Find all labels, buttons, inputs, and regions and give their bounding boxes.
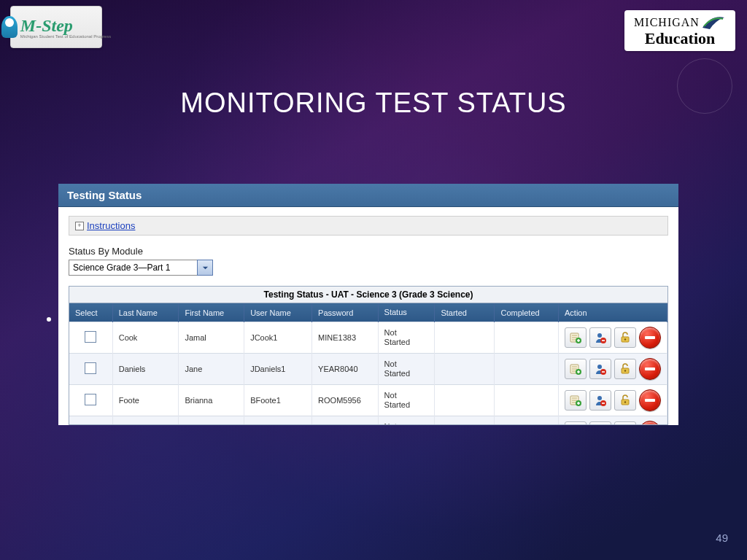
svg-point-2: [597, 333, 602, 338]
user-remove-icon[interactable]: [589, 327, 611, 348]
lock-open-icon[interactable]: [614, 421, 636, 424]
col-select[interactable]: Select: [69, 303, 112, 322]
cell-first: Brianna: [179, 385, 244, 416]
grid-header-row: Select Last Name First Name User Name Pa…: [69, 303, 667, 322]
cell-completed: [495, 416, 559, 424]
slide-title: MONITORING TEST STATUS: [0, 88, 747, 119]
cell-action: [559, 322, 667, 354]
cell-completed: [495, 322, 559, 354]
module-label: Status By Module: [69, 246, 668, 257]
instructions-link[interactable]: Instructions: [87, 220, 135, 231]
cell-status: NotStarted: [378, 416, 435, 424]
user-remove-icon[interactable]: [589, 421, 611, 424]
row-checkbox[interactable]: [85, 331, 96, 343]
svg-point-20: [624, 401, 626, 402]
cell-last: Cook: [112, 322, 179, 354]
stop-icon[interactable]: [639, 358, 661, 380]
table-row: JuleDamianDJule1NINE9458NotStarted: [69, 416, 667, 424]
cell-action: [559, 385, 667, 416]
ticket-add-icon[interactable]: [565, 359, 587, 379]
cell-first: Jamal: [179, 322, 244, 354]
col-status[interactable]: Status: [378, 303, 435, 322]
table-row: FooteBriannaBFoote1ROOM5956NotStarted: [69, 385, 667, 416]
slide-number: 49: [716, 532, 728, 544]
svg-rect-18: [602, 402, 605, 404]
module-select[interactable]: [69, 260, 213, 276]
expand-icon[interactable]: +: [75, 222, 84, 230]
grid-scroll-region[interactable]: Select Last Name First Name User Name Pa…: [69, 303, 667, 424]
cell-started: [435, 322, 495, 354]
cell-last: Daniels: [112, 354, 179, 385]
cell-user: JDaniels1: [244, 354, 312, 385]
mstep-person-icon: [1, 16, 18, 38]
mstep-logo-caption: Michigan Student Test of Educational Pro…: [20, 34, 111, 39]
cell-first: Jane: [179, 354, 244, 385]
module-select-value[interactable]: [69, 260, 197, 276]
col-started[interactable]: Started: [435, 303, 495, 322]
user-remove-icon[interactable]: [589, 390, 611, 411]
cell-action: [559, 416, 667, 424]
cell-last: Jule: [112, 416, 179, 424]
cell-first: Damian: [179, 416, 244, 424]
cell-status: NotStarted: [378, 385, 435, 416]
cell-action: [559, 354, 667, 385]
bullet-icon: [47, 317, 51, 322]
status-grid: Testing Status - UAT - Science 3 (Grade …: [69, 286, 668, 425]
testing-status-panel: Testing Status + Instructions Status By …: [58, 184, 678, 425]
ticket-add-icon[interactable]: [565, 390, 587, 411]
cell-started: [435, 385, 495, 416]
cell-started: [435, 354, 495, 385]
row-checkbox[interactable]: [85, 362, 96, 374]
instructions-bar[interactable]: + Instructions: [69, 216, 668, 236]
col-user[interactable]: User Name: [244, 303, 312, 322]
mde-michigan-text: MICHIGAN: [634, 16, 700, 29]
panel-title: Testing Status: [58, 184, 678, 207]
cell-user: BFoote1: [244, 385, 312, 416]
cell-user: DJule1: [244, 416, 312, 424]
svg-rect-11: [602, 371, 605, 373]
table-row: DanielsJaneJDaniels1YEAR8040NotStarted: [69, 354, 667, 385]
stop-icon[interactable]: [639, 327, 661, 349]
mstep-logo-text: M-Step: [20, 16, 73, 35]
cell-pass: ROOM5956: [312, 385, 379, 416]
cell-started: [435, 416, 495, 424]
ticket-add-icon[interactable]: [565, 327, 587, 348]
stop-icon[interactable]: [639, 389, 661, 411]
lock-open-icon[interactable]: [614, 359, 636, 379]
cell-pass: NINE9458: [312, 416, 379, 424]
col-last[interactable]: Last Name: [112, 303, 179, 322]
svg-point-9: [597, 365, 602, 369]
cell-completed: [495, 354, 559, 385]
grid-caption: Testing Status - UAT - Science 3 (Grade …: [69, 287, 667, 303]
cell-status: NotStarted: [378, 322, 435, 354]
col-completed[interactable]: Completed: [495, 303, 559, 322]
cell-completed: [495, 385, 559, 416]
col-pass[interactable]: Password: [312, 303, 379, 322]
col-action[interactable]: Action: [559, 303, 667, 322]
cell-last: Foote: [112, 385, 179, 416]
mde-logo: MICHIGAN Education: [624, 10, 735, 51]
user-remove-icon[interactable]: [589, 359, 611, 379]
cell-pass: MINE1383: [312, 322, 379, 354]
lock-open-icon[interactable]: [614, 327, 636, 348]
mde-swoosh-icon: [701, 13, 726, 32]
cell-user: JCook1: [244, 322, 312, 354]
table-row: CookJamalJCook1MINE1383NotStarted: [69, 322, 667, 354]
mstep-logo: M-Step Michigan Student Test of Educatio…: [10, 6, 102, 48]
svg-point-6: [624, 338, 626, 340]
svg-point-16: [597, 396, 602, 400]
stop-icon[interactable]: [639, 421, 661, 424]
cell-pass: YEAR8040: [312, 354, 379, 385]
svg-point-13: [624, 370, 626, 371]
col-first[interactable]: First Name: [179, 303, 244, 322]
ticket-add-icon[interactable]: [565, 421, 587, 424]
cell-status: NotStarted: [378, 354, 435, 385]
svg-rect-4: [602, 340, 605, 341]
row-checkbox[interactable]: [85, 394, 96, 405]
chevron-down-icon[interactable]: [197, 260, 213, 276]
lock-open-icon[interactable]: [614, 390, 636, 411]
